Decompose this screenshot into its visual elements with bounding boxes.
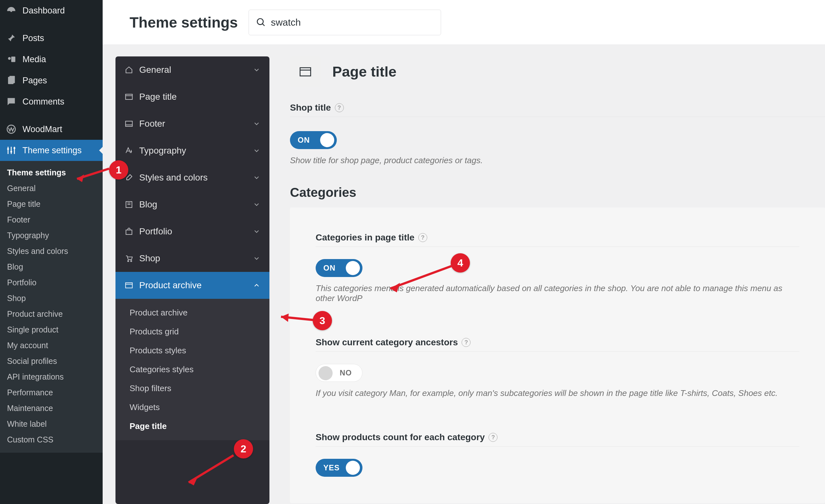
svg-point-8 (10, 151, 12, 153)
ts-sub-shop-filters[interactable]: Shop filters (116, 379, 270, 398)
media-icon (6, 54, 17, 65)
field-show-ancestors: Show current category ancestors ? NO If … (316, 332, 799, 405)
submenu-item-custom-css[interactable]: Custom CSS (0, 432, 103, 447)
toggle-show-ancestors[interactable]: NO (316, 364, 363, 382)
sidebar-item-label: WoodMart (22, 124, 62, 134)
toggle-categories-in-page-title[interactable]: ON (316, 259, 363, 277)
toggle-products-count[interactable]: YES (316, 459, 363, 477)
help-icon[interactable]: ? (462, 338, 470, 347)
page-title-icon (125, 92, 134, 101)
ts-item-label: Shop (139, 253, 160, 263)
ts-item-page-title[interactable]: Page title (116, 83, 270, 110)
pane-header-icon-wrap (290, 57, 321, 87)
svg-rect-3 (11, 57, 15, 62)
ts-item-footer[interactable]: Footer (116, 110, 270, 137)
submenu-item-social[interactable]: Social profiles (0, 353, 103, 369)
sidebar-item-label: Comments (22, 97, 65, 107)
toggle-label: YES (323, 463, 340, 472)
help-icon[interactable]: ? (489, 433, 498, 442)
submenu-item-shop[interactable]: Shop (0, 290, 103, 306)
page-title: Theme settings (130, 14, 238, 31)
submenu-item-portfolio[interactable]: Portfolio (0, 275, 103, 290)
submenu-item-white-label[interactable]: White label (0, 416, 103, 432)
chevron-up-icon (253, 281, 260, 289)
chevron-down-icon (253, 174, 260, 181)
sliders-icon (6, 145, 17, 156)
ts-item-label: Typography (139, 146, 186, 156)
ts-sub-widgets[interactable]: Widgets (116, 398, 270, 417)
ts-item-styles[interactable]: Styles and colors (116, 164, 270, 191)
field-description: Show title for shop page, product catego… (290, 156, 825, 165)
ts-item-product-archive[interactable]: Product archive (116, 272, 270, 299)
settings-pane: Page title Shop title ? ON S (270, 57, 825, 504)
ts-item-shop[interactable]: Shop (116, 245, 270, 272)
toggle-knob (346, 261, 360, 275)
ts-sub-products-grid[interactable]: Products grid (116, 322, 270, 341)
submenu-item-page-title[interactable]: Page title (0, 196, 103, 212)
sidebar-item-theme-settings[interactable]: Theme settings (0, 140, 103, 161)
search-input[interactable] (271, 17, 441, 28)
toggle-label: ON (323, 263, 335, 272)
submenu-item-performance[interactable]: Performance (0, 385, 103, 401)
theme-settings-sidebar: General Page title Footer Typography Sty… (116, 57, 270, 504)
search-icon (256, 17, 266, 27)
field-label: Categories in page title (316, 233, 415, 243)
ts-sub-page-title[interactable]: Page title (116, 417, 270, 436)
toggle-shop-title[interactable]: ON (290, 131, 337, 149)
submenu-item-product-archive[interactable]: Product archive (0, 306, 103, 322)
sidebar-item-label: Media (22, 55, 46, 65)
sidebar-item-pages[interactable]: Pages (0, 70, 103, 91)
ts-sub-products-styles[interactable]: Products styles (116, 341, 270, 360)
submenu-item-footer[interactable]: Footer (0, 212, 103, 228)
home-icon (125, 65, 134, 74)
topbar: Theme settings (103, 0, 825, 45)
wp-admin-sidebar: Dashboard Posts Media Pages Comments Woo… (0, 0, 103, 504)
sidebar-item-woodmart[interactable]: WoodMart (0, 118, 103, 140)
submenu-item-maintenance[interactable]: Maintenance (0, 401, 103, 416)
submenu-item-blog[interactable]: Blog (0, 259, 103, 275)
submenu-item-my-account[interactable]: My account (0, 338, 103, 353)
bag-icon (125, 227, 134, 236)
sidebar-item-posts[interactable]: Posts (0, 27, 103, 49)
main-area: Theme settings General Page title Footer (103, 0, 825, 504)
section-title-categories: Categories (290, 185, 825, 200)
svg-point-10 (257, 19, 264, 25)
sidebar-item-label: Theme settings (22, 146, 82, 156)
submenu-item-theme-settings[interactable]: Theme settings (0, 165, 103, 180)
categories-panel: Categories in page title ? ON This categ… (290, 207, 825, 503)
svg-point-9 (13, 147, 15, 149)
submenu-item-typography[interactable]: Typography (0, 228, 103, 243)
cart-icon (125, 254, 134, 263)
toggle-label: ON (298, 136, 310, 145)
ts-item-typography[interactable]: Typography (116, 137, 270, 164)
field-label: Shop title (290, 103, 331, 113)
submenu-item-styles[interactable]: Styles and colors (0, 243, 103, 259)
sidebar-item-dashboard[interactable]: Dashboard (0, 0, 103, 21)
wp-admin-submenu: Theme settings General Page title Footer… (0, 161, 103, 453)
ts-item-label: Portfolio (139, 226, 172, 237)
submenu-item-single-product[interactable]: Single product (0, 322, 103, 338)
svg-point-7 (7, 148, 9, 150)
field-products-count: Show products count for each category ? … (316, 426, 799, 484)
toggle-knob (318, 366, 332, 380)
sidebar-item-media[interactable]: Media (0, 49, 103, 70)
help-icon[interactable]: ? (335, 103, 344, 112)
sidebar-item-comments[interactable]: Comments (0, 91, 103, 112)
ts-item-general[interactable]: General (116, 57, 270, 83)
ts-sub-product-archive[interactable]: Product archive (116, 303, 270, 322)
submenu-item-api[interactable]: API integrations (0, 369, 103, 385)
ts-item-blog[interactable]: Blog (116, 191, 270, 218)
page-title-icon (298, 65, 312, 79)
help-icon[interactable]: ? (418, 233, 427, 242)
field-description: This categories menu is generated automa… (316, 283, 799, 303)
ts-item-portfolio[interactable]: Portfolio (116, 218, 270, 245)
submenu-item-general[interactable]: General (0, 180, 103, 196)
chevron-down-icon (253, 120, 260, 128)
toggle-knob (346, 461, 360, 475)
ts-sub-categories-styles[interactable]: Categories styles (116, 360, 270, 379)
blog-icon (125, 200, 134, 209)
ts-submenu-product-archive: Product archive Products grid Products s… (116, 299, 270, 440)
toggle-knob (320, 133, 334, 147)
field-shop-title: Shop title ? ON Show title for shop page… (290, 97, 825, 172)
toggle-label: NO (340, 368, 352, 377)
